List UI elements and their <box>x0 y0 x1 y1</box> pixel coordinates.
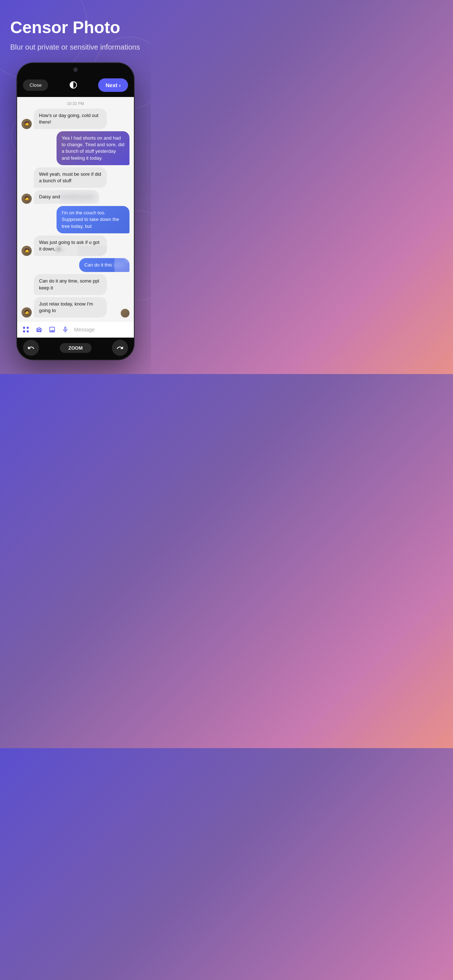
page-title: Censor Photo <box>10 18 141 37</box>
table-row: Can do it any time, some ppl keep it <box>22 274 129 294</box>
image-icon[interactable] <box>48 325 57 334</box>
zoom-bar: ZOOM <box>17 337 134 360</box>
avatar: 🧔 <box>22 194 32 204</box>
phone-screen: 10:32 PM 🧔 How's ur day going, cold out … <box>17 97 134 338</box>
undo-button[interactable] <box>23 340 39 356</box>
phone-notch <box>17 63 134 75</box>
message-input[interactable]: Message <box>74 327 129 332</box>
table-row: Well yeah, must be sore if did a bunch o… <box>22 167 129 188</box>
camera-dot <box>73 67 78 72</box>
list-item: Can do it any time, some ppl keep it <box>34 274 107 294</box>
table-row: Yea I had shorts on and had to change. T… <box>22 131 129 165</box>
list-item: Was just going to ask if u got it down, … <box>34 235 107 256</box>
table-row: 🧔 How's ur day going, cold out there! <box>22 109 129 129</box>
list-item: I'm on the couch too. Supposed to take d… <box>57 206 129 233</box>
phone-toolbar: Close Next › <box>17 75 134 97</box>
list-item: Can do it this week <box>79 258 129 272</box>
hero-section: Censor Photo Blur out private or sensiti… <box>0 0 151 63</box>
theme-icon[interactable] <box>67 79 79 91</box>
svg-point-0 <box>23 327 25 329</box>
phone-frame: Close Next › 10:32 PM 🧔 <box>17 63 134 360</box>
zoom-label: ZOOM <box>60 343 91 353</box>
table-row: 🧔 Just relax today, know I'm going to <box>22 297 129 318</box>
svg-point-2 <box>23 330 25 332</box>
list-item: Daisy and something here <box>34 190 99 204</box>
list-item: How's ur day going, cold out there! <box>34 109 107 129</box>
avatar <box>121 309 129 318</box>
avatar: 🧔 <box>22 246 32 256</box>
camera-icon[interactable] <box>35 325 43 334</box>
svg-point-1 <box>27 327 29 329</box>
mic-icon[interactable] <box>61 325 70 334</box>
table-row: Can do it this week <box>22 258 129 272</box>
apps-icon[interactable] <box>22 325 30 334</box>
table-row: I'm on the couch too. Supposed to take d… <box>22 206 129 233</box>
table-row: 🧔 Daisy and something here <box>22 190 129 204</box>
chat-messages: 🧔 How's ur day going, cold out there! Ye… <box>17 109 134 318</box>
avatar: 🧔 <box>22 119 32 129</box>
chat-timestamp: 10:32 PM <box>17 97 134 109</box>
list-item: Yea I had shorts on and had to change. T… <box>57 131 129 165</box>
list-item: Just relax today, know I'm going to <box>34 297 107 318</box>
list-item: Well yeah, must be sore if did a bunch o… <box>34 167 107 188</box>
zoom-controls: ZOOM <box>17 340 134 356</box>
svg-point-3 <box>27 330 29 332</box>
chat-input-bar: Message <box>17 321 134 337</box>
phone-mockup: Close Next › 10:32 PM 🧔 <box>0 63 151 374</box>
redo-button[interactable] <box>112 340 128 356</box>
page-subtitle: Blur out private or sensitive informatio… <box>10 42 141 52</box>
next-button[interactable]: Next › <box>98 78 128 92</box>
avatar: 🧔 <box>22 307 32 318</box>
close-button[interactable]: Close <box>23 80 48 91</box>
table-row: 🧔 Was just going to ask if u got it down… <box>22 235 129 256</box>
